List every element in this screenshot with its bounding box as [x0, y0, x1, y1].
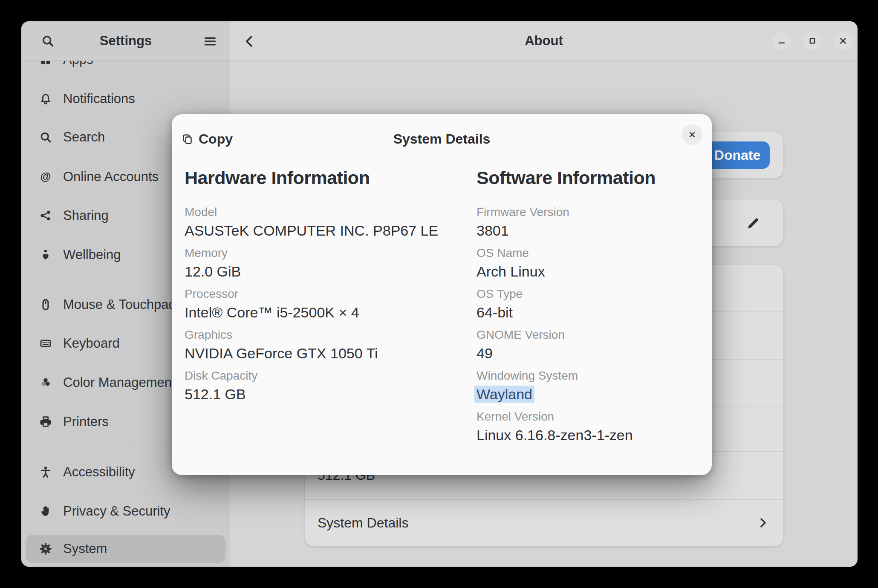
window-close-button[interactable]	[834, 32, 852, 50]
info-label: Windowing System	[477, 368, 702, 383]
sidebar-item-label: Privacy & Security	[63, 504, 170, 519]
sidebar-item-label: Color Management	[63, 375, 176, 390]
desktop: AppsNotificationsSearch@Online AccountsS…	[0, 0, 878, 588]
printer-icon	[38, 415, 53, 429]
info-value: Arch Linux	[477, 262, 702, 281]
close-icon	[687, 130, 697, 139]
sidebar-item-label: Sharing	[63, 208, 109, 223]
info-group-graphics: GraphicsNVIDIA GeForce GTX 1050 Ti	[185, 327, 462, 363]
info-label: OS Type	[477, 286, 702, 302]
main-menu-button[interactable]	[201, 32, 220, 51]
dialog-title: System Details	[393, 131, 491, 147]
info-group-model: ModelASUSTeK COMPUTER INC. P8P67 LE	[185, 205, 462, 240]
info-group-disk-capacity: Disk Capacity512.1 GB	[185, 368, 462, 404]
donate-button[interactable]: Donate	[705, 141, 770, 169]
info-value: Intel® Core™ i5-2500K × 4	[185, 303, 462, 322]
section-heading: Hardware Information	[185, 166, 462, 189]
info-group-windowing-system: Windowing SystemWayland	[477, 368, 702, 404]
info-value: NVIDIA GeForce GTX 1050 Ti	[185, 343, 462, 363]
info-group-gnome-version: GNOME Version49	[477, 327, 702, 363]
info-value: 3801	[477, 221, 702, 240]
pencil-icon	[745, 215, 761, 231]
info-label: Kernel Version	[477, 409, 702, 424]
info-label: Model	[185, 205, 462, 220]
copy-button[interactable]: Copy	[181, 128, 233, 150]
wellbeing-heart-icon	[38, 248, 53, 262]
at-symbol-icon: @	[38, 170, 53, 184]
info-group-processor: ProcessorIntel® Core™ i5-2500K × 4	[185, 286, 462, 322]
page-title: About	[525, 33, 563, 49]
info-group-firmware-version: Firmware Version3801	[477, 205, 702, 240]
gear-icon	[38, 542, 53, 556]
sidebar-item-label: Keyboard	[63, 336, 120, 351]
dialog-close-button[interactable]	[682, 124, 702, 145]
search-icon	[38, 130, 53, 144]
section-heading: Software Information	[477, 166, 702, 189]
hand-icon	[38, 504, 53, 519]
sidebar-item-label: Wellbeing	[63, 247, 121, 262]
info-group-os-type: OS Type64-bit	[477, 286, 702, 322]
minimize-icon	[777, 36, 787, 46]
system-details-dialog: Copy System Details Hardware Information…	[172, 114, 712, 475]
info-value: 512.1 GB	[185, 384, 462, 404]
sidebar-item-label: Online Accounts	[63, 169, 159, 184]
copy-icon	[181, 133, 194, 145]
app-title: Settings	[100, 33, 152, 49]
sidebar-item-privacy-security[interactable]: Privacy & Security	[26, 497, 225, 525]
info-value: Wayland	[477, 384, 702, 404]
sidebar-item-label: Accessibility	[63, 464, 135, 480]
maximize-icon	[807, 36, 817, 46]
search-button[interactable]	[38, 32, 57, 50]
sidebar-item-label: Printers	[63, 414, 109, 429]
maximize-button[interactable]	[803, 32, 822, 50]
back-button[interactable]	[240, 32, 259, 51]
sidebar-item-label: Search	[63, 130, 105, 145]
sidebar-item-label: Mouse & Touchpad	[63, 297, 176, 312]
info-label: GNOME Version	[477, 327, 702, 343]
main-headerbar: About	[230, 21, 858, 61]
info-label: OS Name	[477, 245, 702, 261]
row-separator	[305, 499, 783, 500]
color-circles-icon	[38, 375, 53, 390]
sidebar-item-notifications[interactable]: Notifications	[26, 85, 225, 113]
accessibility-person-icon	[38, 465, 53, 479]
sidebar-headerbar: Settings	[21, 21, 230, 61]
info-group-memory: Memory12.0 GiB	[185, 245, 462, 281]
chevron-right-icon[interactable]	[756, 516, 769, 529]
selected-text-highlight: Wayland	[474, 386, 534, 403]
mouse-icon	[38, 297, 53, 312]
info-group-os-name: OS NameArch Linux	[477, 245, 702, 281]
hardware-information-section: Hardware InformationModelASUSTeK COMPUTE…	[185, 166, 462, 409]
info-value: Linux 6.16.8-zen3-1-zen	[477, 425, 702, 445]
share-icon	[38, 208, 53, 223]
info-value: 12.0 GiB	[185, 262, 462, 281]
info-value: 49	[477, 343, 702, 363]
info-label: Firmware Version	[477, 205, 702, 220]
close-icon	[838, 36, 848, 46]
search-icon	[40, 33, 55, 49]
info-group-kernel-version: Kernel VersionLinux 6.16.8-zen3-1-zen	[477, 409, 702, 445]
info-label: Processor	[185, 286, 462, 302]
sidebar-item-label: System	[63, 541, 107, 556]
info-label: Disk Capacity	[185, 368, 462, 383]
svg-text:@: @	[40, 170, 51, 182]
edit-device-name-button[interactable]	[745, 215, 761, 231]
settings-window: AppsNotificationsSearch@Online AccountsS…	[21, 21, 858, 567]
sidebar-item-label: Notifications	[63, 91, 135, 107]
system-details-row-label[interactable]: System Details	[318, 515, 408, 531]
bell-icon	[38, 92, 53, 106]
info-label: Memory	[185, 245, 462, 261]
hamburger-menu-icon	[202, 34, 218, 49]
info-value: 64-bit	[477, 303, 702, 322]
copy-button-label: Copy	[199, 131, 233, 147]
minimize-button[interactable]	[772, 32, 791, 50]
sidebar-item-system[interactable]: System	[26, 535, 225, 563]
back-chevron-icon	[242, 34, 257, 49]
info-value: ASUSTeK COMPUTER INC. P8P67 LE	[185, 221, 462, 240]
keyboard-icon	[38, 336, 53, 351]
software-information-section: Software InformationFirmware Version3801…	[477, 166, 702, 450]
info-label: Graphics	[185, 327, 462, 343]
